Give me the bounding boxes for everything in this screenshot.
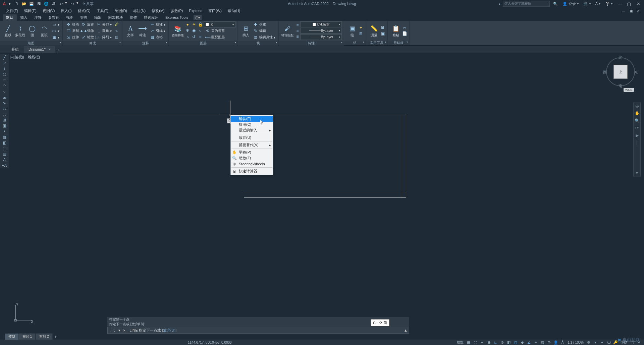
lock-icon[interactable]: 🔒 — [198, 22, 203, 27]
lw-selector[interactable]: ByLayer▾ — [300, 28, 342, 34]
copy-clip-icon[interactable]: 📄 — [402, 31, 407, 36]
menu-format[interactable]: 格式(O) — [75, 8, 93, 14]
menu-file[interactable]: 文件(F) — [3, 8, 21, 14]
help-button[interactable]: ❔▾ — [604, 2, 614, 6]
ribbon-tab-addins[interactable]: 附加模块 — [105, 14, 126, 21]
qat-save-icon[interactable]: 💾 — [28, 1, 35, 7]
viewcube-south[interactable]: 南 — [619, 83, 622, 89]
3dosnap-toggle-icon[interactable]: ◆ — [519, 340, 525, 345]
bylw-icon[interactable]: ≡ — [295, 28, 300, 34]
bulb-icon[interactable]: ● — [185, 22, 190, 27]
iso-toggle-icon[interactable]: ◧ — [506, 340, 512, 345]
viewcube[interactable]: 上 北 南 西 东 — [604, 55, 637, 89]
start-tab[interactable]: 开始 — [7, 46, 23, 53]
search-input[interactable]: 键入关键字或短语 — [503, 1, 550, 7]
menu-window[interactable]: 窗口(W) — [206, 8, 224, 14]
qat-plot-icon[interactable]: 🖶 — [50, 1, 57, 7]
polar-toggle-icon[interactable]: ⊙ — [499, 340, 505, 345]
grid-toggle-icon[interactable]: ▦ — [466, 340, 472, 345]
layout-model-tab[interactable]: 模型 — [5, 333, 19, 340]
menu-help[interactable]: 帮助(H) — [225, 8, 243, 14]
nav-down-icon[interactable]: │ — [634, 139, 640, 169]
status-coordinates[interactable]: 1144.6717, 800.9453, 0.0000 — [188, 341, 232, 344]
match-layer-button[interactable]: ⟸匹配图层 — [204, 34, 226, 40]
nav-zoom-icon[interactable]: 🔍 — [634, 117, 640, 124]
layer-props-button[interactable]: 📚图层特性 — [171, 24, 185, 38]
otrack-toggle-icon[interactable]: ∠ — [526, 340, 532, 345]
cmd-option-undo[interactable]: 放弃(U) — [163, 328, 175, 332]
rotate-button[interactable]: ⟳旋转 — [80, 21, 95, 27]
maximize-button[interactable]: ▢ — [625, 1, 633, 6]
ctx-undo[interactable]: 放弃(U) — [231, 135, 273, 140]
bylt-icon[interactable]: ≡ — [295, 34, 300, 39]
ribbon-tab-manage[interactable]: 管理 — [77, 14, 91, 21]
grip-icon[interactable]: ⋮⋮ — [109, 328, 116, 333]
stretch-button[interactable]: ⇲拉伸 — [65, 34, 80, 40]
transp-toggle-icon[interactable]: ▨ — [539, 340, 545, 345]
ribbon-tab-featured[interactable]: 精选应用 — [141, 14, 162, 21]
copy-button[interactable]: ❐复制 — [65, 28, 80, 34]
tool-xline-icon[interactable]: ↗ — [0, 60, 9, 66]
line-button[interactable]: ╱直线 — [2, 24, 14, 38]
ctx-snap[interactable]: 捕捉替代(V)▸ — [231, 142, 273, 148]
tool-spline-icon[interactable]: ∿ — [0, 100, 9, 106]
new-tab-button[interactable]: + — [55, 48, 62, 53]
menu-draw[interactable]: 绘图(D) — [112, 8, 130, 14]
qat-web-icon[interactable]: 🌐 — [43, 1, 50, 7]
ime-indicator[interactable]: CH⟳简 — [371, 319, 389, 326]
move-button[interactable]: ✥移动 — [65, 21, 80, 27]
explode-button[interactable]: ⌁ — [113, 28, 120, 34]
annomon-toggle-icon[interactable]: 👤 — [553, 340, 559, 345]
tool-addsel-icon[interactable]: +A — [0, 163, 9, 168]
infer-toggle-icon[interactable]: + — [479, 340, 485, 345]
layer-prev-icon[interactable]: ↺ — [191, 34, 197, 40]
draw-extra3[interactable]: ▦▾ — [50, 34, 60, 40]
cart-button[interactable]: 🛒▾ — [582, 2, 592, 6]
doc-restore-button[interactable]: ▣ — [627, 9, 635, 13]
cmd-dropdown-icon[interactable]: ▾ — [118, 328, 120, 333]
group-button[interactable]: ▣组 — [346, 24, 358, 38]
nav-pan-icon[interactable]: ✋ — [634, 110, 640, 117]
layout-1-tab[interactable]: 布局 1 — [19, 333, 36, 340]
layer-walk-icon[interactable]: ⟐ — [185, 34, 190, 40]
ctx-cancel[interactable]: 取消(C) — [231, 122, 273, 127]
set-current-button[interactable]: ⟲置为当前 — [204, 28, 226, 34]
nav-orbit-icon[interactable]: ⟳ — [634, 124, 640, 132]
ctx-confirm[interactable]: 确认(E) — [231, 116, 273, 122]
tool-gradient-icon[interactable]: ◧ — [0, 140, 9, 146]
layer-selector[interactable]: 0▾ — [204, 21, 235, 27]
share-button[interactable]: ✈ 共享 — [83, 1, 94, 6]
gear-icon[interactable]: ⚙ — [586, 340, 592, 345]
trim-button[interactable]: ✂修剪▾ — [95, 21, 113, 27]
status-space[interactable]: 模型 — [455, 340, 465, 345]
minimize-button[interactable]: — — [616, 1, 623, 6]
close-button[interactable]: ✕ — [635, 1, 642, 6]
leader-button[interactable]: ↗引线▾ — [149, 28, 166, 34]
ribbon-tab-output[interactable]: 输出 — [91, 14, 105, 21]
layer-off-icon[interactable]: ○ — [198, 28, 203, 33]
ungroup-icon[interactable]: ⊟ — [358, 31, 364, 36]
close-tab-button[interactable]: × — [48, 47, 50, 51]
ortho-toggle-icon[interactable]: ∟ — [492, 340, 498, 345]
qat-open-icon[interactable]: 📂 — [21, 1, 28, 7]
ctx-pan[interactable]: ✋平移(P) — [231, 150, 273, 155]
tool-line-icon[interactable]: ╱ — [0, 54, 9, 60]
lw-toggle-icon[interactable]: ≡ — [533, 340, 539, 345]
nav-showmotion-icon[interactable]: ▶ — [634, 132, 640, 139]
menu-edit[interactable]: 编辑(E) — [21, 8, 39, 14]
draw-extra1[interactable]: ▭▾ — [50, 21, 60, 27]
ribbon-tab-express[interactable]: Express Tools — [162, 15, 192, 20]
table-button[interactable]: ▦表格 — [149, 34, 166, 40]
menu-insert[interactable]: 插入(I) — [58, 8, 74, 14]
mirror-button[interactable]: ▲▲镜像 — [80, 28, 95, 34]
fillet-button[interactable]: ◟圆角▾ — [95, 28, 113, 34]
tool-rect-icon[interactable]: ▭ — [0, 77, 9, 83]
a360-button[interactable]: Å▾ — [594, 2, 602, 6]
menu-view[interactable]: 视图(V) — [40, 8, 58, 14]
ribbon-toggle-button[interactable]: ▢▾ — [194, 15, 202, 20]
layout-add-button[interactable]: + — [53, 335, 59, 339]
polyline-button[interactable]: ⌇多段线 — [14, 24, 26, 38]
viewcube-west[interactable]: 西 — [603, 70, 607, 75]
cut-icon[interactable]: ✂ — [402, 25, 407, 31]
annoscale-icon[interactable]: Å — [559, 340, 566, 345]
